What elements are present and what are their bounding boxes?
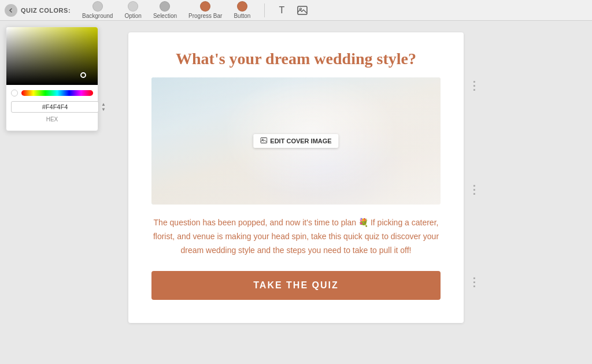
swatch-background[interactable]: Background [76, 1, 119, 19]
color-picker-panel: ▲ ▼ HEX [6, 27, 98, 131]
gradient-cursor [80, 72, 86, 78]
hue-row [6, 85, 98, 99]
option-dot [128, 1, 138, 12]
hex-row: ▲ ▼ [6, 99, 98, 115]
progress-bar-label: Progress Bar [188, 13, 222, 19]
hex-up-arrow[interactable]: ▲ [101, 102, 106, 107]
color-swatch-group: Background Option Selection Progress Bar… [76, 1, 256, 19]
take-quiz-label: TAKE THE QUIZ [253, 280, 338, 290]
side-dots-top[interactable]: ⋮ [468, 79, 480, 92]
dots-menu-icon-top[interactable]: ⋮ [468, 79, 480, 92]
button-dot [237, 1, 247, 12]
main-area: ▲ ▼ HEX What's your dream wedding style? [0, 21, 592, 364]
dots-menu-icon-mid[interactable]: ⋮ [468, 183, 480, 196]
gradient-canvas[interactable] [6, 27, 98, 85]
quiz-card-wrapper: What's your dream wedding style? EDIT C [128, 32, 464, 323]
swatch-progress-bar[interactable]: Progress Bar [183, 1, 228, 19]
alpha-dot [11, 90, 18, 96]
hue-slider-container[interactable] [21, 90, 93, 96]
selection-label: Selection [153, 13, 177, 19]
quiz-title: What's your dream wedding style? [151, 50, 441, 68]
back-button[interactable] [5, 4, 17, 17]
hex-arrows: ▲ ▼ [101, 102, 106, 112]
toolbar: QUIZ COLORS: Background Option Selection… [0, 0, 592, 21]
cover-image-wrapper: EDIT COVER IMAGE [151, 77, 441, 205]
hex-input[interactable] [11, 101, 99, 113]
button-label: Button [234, 13, 250, 19]
text-icon: T [279, 5, 284, 16]
swatch-button[interactable]: Button [228, 1, 256, 19]
option-label: Option [124, 13, 141, 19]
side-dots-bot[interactable]: ⋮ [468, 275, 480, 289]
hue-slider[interactable] [21, 90, 93, 96]
take-quiz-button[interactable]: TAKE THE QUIZ [151, 271, 441, 300]
edit-cover-button[interactable]: EDIT COVER IMAGE [253, 134, 338, 148]
quiz-colors-label: QUIZ COLORS: [21, 7, 71, 14]
quiz-card: What's your dream wedding style? EDIT C [128, 32, 464, 323]
side-dots-mid[interactable]: ⋮ [468, 183, 480, 196]
toolbar-left: QUIZ COLORS: Background Option Selection… [5, 1, 587, 19]
edit-cover-icon [260, 138, 267, 144]
svg-rect-2 [261, 138, 267, 143]
selection-dot [160, 1, 170, 12]
image-icon [297, 6, 308, 15]
hex-label: HEX [6, 115, 98, 124]
toolbar-divider [264, 3, 265, 17]
quiz-description: The question has been popped, and now it… [151, 216, 441, 257]
text-format-button[interactable]: T [273, 2, 290, 19]
background-dot [92, 1, 103, 12]
hex-down-arrow[interactable]: ▼ [101, 107, 106, 112]
image-format-button[interactable] [294, 2, 311, 19]
swatch-selection[interactable]: Selection [147, 1, 183, 19]
swatch-option[interactable]: Option [119, 1, 147, 19]
dots-menu-icon-bot[interactable]: ⋮ [468, 276, 480, 288]
edit-cover-label: EDIT COVER IMAGE [270, 138, 331, 144]
progress-bar-dot [200, 1, 210, 12]
background-label: Background [82, 13, 113, 19]
